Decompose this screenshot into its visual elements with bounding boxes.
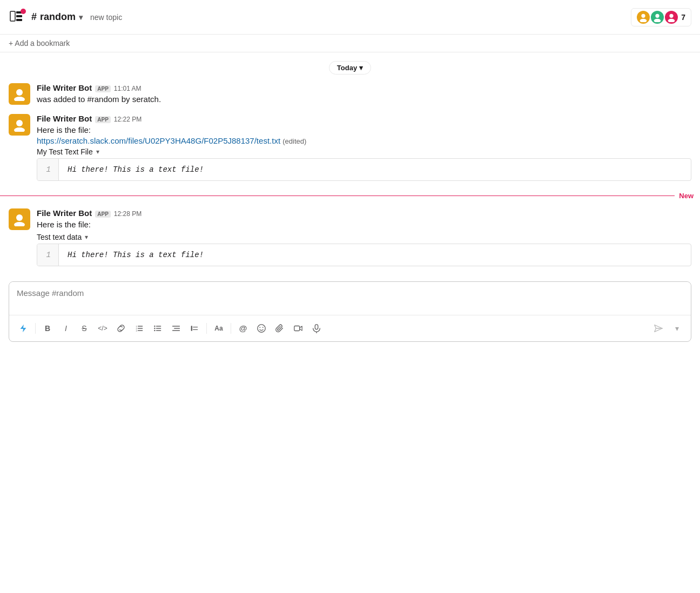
- svg-rect-0: [10, 11, 15, 21]
- message-input[interactable]: [9, 282, 691, 313]
- audio-button[interactable]: [308, 320, 325, 337]
- app-badge: APP: [95, 211, 111, 218]
- channel-title[interactable]: # random ▾: [31, 11, 83, 23]
- header-right: 7: [631, 8, 691, 26]
- svg-point-35: [258, 324, 265, 332]
- svg-rect-3: [16, 19, 22, 21]
- header: # random ▾ new topic 7: [0, 0, 700, 35]
- unordered-list-button[interactable]: [149, 320, 166, 337]
- bold-button[interactable]: B: [39, 320, 56, 337]
- code-block: 1 Hi there! This is a text file!: [37, 158, 691, 181]
- indent-button[interactable]: [167, 320, 185, 337]
- sidebar-toggle-button[interactable]: [9, 9, 26, 26]
- channel-hash: #: [31, 11, 37, 23]
- message-header: File Writer Bot APP 12:28 PM: [37, 208, 691, 218]
- app-badge: APP: [95, 85, 111, 92]
- code-content: Hi there! This is a text file!: [59, 244, 691, 266]
- svg-point-28: [154, 329, 155, 331]
- sender-name: File Writer Bot: [37, 83, 92, 92]
- avatar: [9, 114, 30, 136]
- message-toolbar: B I S </> 123 Aa @: [9, 315, 691, 341]
- link-button[interactable]: [112, 320, 130, 337]
- file-dropdown-icon: ▾: [96, 148, 99, 156]
- notification-dot: [21, 9, 26, 14]
- message-row: File Writer Bot APP 12:22 PM Here is the…: [0, 110, 700, 187]
- header-left: # random ▾ new topic: [9, 9, 122, 26]
- message-text: Here is the file:: [37, 124, 691, 136]
- app-badge: APP: [95, 116, 111, 123]
- mention-button[interactable]: @: [234, 320, 252, 337]
- ordered-list-button[interactable]: 123: [131, 320, 148, 337]
- sender-name: File Writer Bot: [37, 114, 92, 123]
- member-icon-1: [637, 11, 650, 24]
- file-name: Test text data: [37, 233, 82, 241]
- svg-point-10: [16, 89, 23, 96]
- send-button[interactable]: [650, 320, 667, 337]
- member-icon-2: [651, 11, 664, 24]
- file-dropdown-icon: ▾: [85, 233, 88, 241]
- svg-rect-38: [294, 326, 300, 331]
- member-count: 7: [681, 13, 685, 22]
- message-content: File Writer Bot APP 12:22 PM Here is the…: [37, 114, 691, 183]
- code-button[interactable]: </>: [94, 320, 111, 337]
- svg-point-37: [262, 327, 264, 328]
- date-chevron-icon: ▾: [359, 64, 363, 72]
- svg-text:3: 3: [136, 329, 138, 332]
- new-divider-line: [0, 196, 675, 196]
- strikethrough-button[interactable]: S: [76, 320, 93, 337]
- message-content: File Writer Bot APP 11:01 AM was added t…: [37, 83, 691, 105]
- svg-point-36: [259, 327, 260, 328]
- toolbar-more-button[interactable]: ▾: [668, 320, 685, 337]
- channel-name: random: [40, 11, 76, 23]
- avatar: [9, 208, 30, 230]
- line-number: 1: [37, 159, 59, 180]
- svg-point-27: [154, 327, 155, 328]
- sender-name: File Writer Bot: [37, 208, 92, 218]
- message-text: was added to #random by seratch.: [37, 93, 691, 105]
- message-header: File Writer Bot APP 11:01 AM: [37, 83, 691, 92]
- date-label: Today: [337, 64, 357, 72]
- messages-area: Today ▾ File Writer Bot APP 11:01 AM was…: [0, 52, 700, 273]
- message-time: 11:01 AM: [114, 85, 142, 92]
- svg-point-5: [640, 18, 647, 22]
- svg-rect-32: [191, 326, 192, 331]
- svg-rect-2: [16, 15, 22, 17]
- new-messages-divider: New: [0, 192, 700, 200]
- emoji-button[interactable]: [253, 320, 270, 337]
- shortcuts-button[interactable]: [15, 320, 32, 337]
- message-input-area: B I S </> 123 Aa @: [9, 281, 691, 342]
- toolbar-divider-3: [231, 323, 231, 334]
- svg-point-14: [16, 214, 23, 221]
- file-link[interactable]: https://seratch.slack.com/files/U02PY3HA…: [37, 136, 280, 145]
- member-list-button[interactable]: 7: [631, 8, 691, 26]
- svg-point-4: [642, 14, 645, 17]
- message-header: File Writer Bot APP 12:22 PM: [37, 114, 691, 123]
- video-button[interactable]: [290, 320, 307, 337]
- message-time: 12:22 PM: [114, 116, 142, 123]
- file-snippet[interactable]: My Test Text File ▾: [37, 147, 691, 156]
- svg-point-7: [654, 18, 661, 22]
- file-snippet[interactable]: Test text data ▾: [37, 233, 691, 241]
- code-content: Hi there! This is a text file!: [59, 159, 691, 180]
- message-content: File Writer Bot APP 12:28 PM Here is the…: [37, 208, 691, 268]
- font-button[interactable]: Aa: [210, 320, 227, 337]
- bookmark-bar[interactable]: + Add a bookmark: [0, 35, 700, 52]
- blockquote-button[interactable]: [186, 320, 203, 337]
- svg-point-15: [14, 222, 25, 226]
- svg-point-13: [14, 127, 25, 132]
- edited-label: (edited): [282, 137, 306, 145]
- svg-point-12: [16, 120, 23, 126]
- date-divider: Today ▾: [0, 52, 700, 79]
- italic-button[interactable]: I: [57, 320, 75, 337]
- line-number: 1: [37, 244, 59, 266]
- message-link-line: https://seratch.slack.com/files/U02PY3HA…: [37, 136, 691, 145]
- svg-point-6: [656, 14, 659, 17]
- new-label: New: [675, 192, 700, 200]
- message-time: 12:28 PM: [114, 210, 142, 218]
- toolbar-divider: [35, 323, 36, 334]
- attachment-button[interactable]: [271, 320, 288, 337]
- svg-rect-39: [315, 324, 318, 329]
- date-divider-button[interactable]: Today ▾: [329, 61, 371, 75]
- svg-point-26: [154, 325, 155, 326]
- file-name: My Test Text File: [37, 147, 93, 156]
